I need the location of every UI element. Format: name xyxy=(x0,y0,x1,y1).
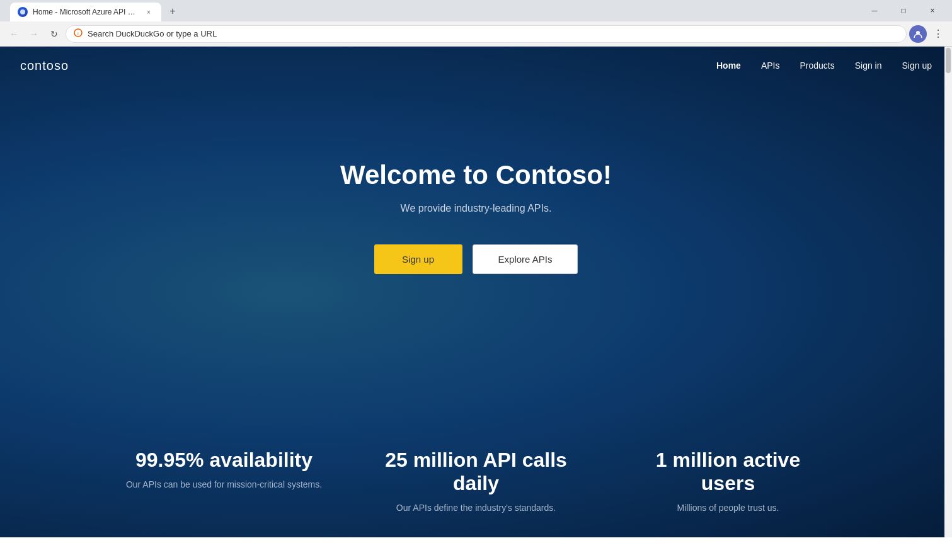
signup-button[interactable]: Sign up xyxy=(374,244,462,274)
stat-availability-desc: Our APIs can be used for mission-critica… xyxy=(123,479,325,489)
scrollbar[interactable] xyxy=(944,47,952,537)
stat-availability-number: 99.95% availability xyxy=(123,449,325,472)
stat-users: 1 million active users Millions of peopl… xyxy=(602,436,854,525)
nav-signup[interactable]: Sign up xyxy=(902,60,932,71)
stat-users-number: 1 million active users xyxy=(628,449,829,495)
nav-links: Home APIs Products Sign in Sign up xyxy=(716,60,932,71)
stat-api-calls: 25 million API calls daily Our APIs defi… xyxy=(350,436,602,525)
stat-api-calls-number: 25 million API calls daily xyxy=(376,449,577,495)
hero-title: Welcome to Contoso! xyxy=(340,160,612,190)
explore-apis-button[interactable]: Explore APIs xyxy=(473,244,578,274)
hero-buttons: Sign up Explore APIs xyxy=(374,244,578,274)
minimize-button[interactable]: ─ xyxy=(860,0,889,21)
scrollbar-thumb[interactable] xyxy=(946,48,951,73)
forward-button[interactable]: → xyxy=(25,25,43,43)
site-navigation: contoso Home APIs Products Sign in Sign … xyxy=(0,47,952,84)
url-text: Search DuckDuckGo or type a URL xyxy=(88,29,898,38)
tab-title: Home - Microsoft Azure API Mar xyxy=(33,8,139,16)
nav-products[interactable]: Products xyxy=(800,60,834,71)
nav-signin[interactable]: Sign in xyxy=(855,60,882,71)
tab-close-button[interactable]: × xyxy=(144,7,154,17)
title-bar: Home - Microsoft Azure API Mar × + ─ □ × xyxy=(0,0,952,21)
active-tab[interactable]: Home - Microsoft Azure API Mar × xyxy=(10,3,161,21)
profile-button[interactable] xyxy=(909,25,927,43)
stat-users-desc: Millions of people trust us. xyxy=(628,503,829,513)
tab-favicon xyxy=(18,7,28,17)
address-bar[interactable]: i Search DuckDuckGo or type a URL xyxy=(66,25,907,43)
svg-point-0 xyxy=(20,9,25,14)
svg-text:i: i xyxy=(77,31,79,37)
stat-api-calls-desc: Our APIs define the industry's standards… xyxy=(376,503,577,513)
maximize-button[interactable]: □ xyxy=(889,0,918,21)
browser-chrome: Home - Microsoft Azure API Mar × + ─ □ ×… xyxy=(0,0,952,47)
window-controls: ─ □ × xyxy=(860,0,947,21)
hero-subtitle: We provide industry-leading APIs. xyxy=(401,203,552,214)
security-icon: i xyxy=(74,28,83,39)
refresh-button[interactable]: ↻ xyxy=(45,25,63,43)
stats-grid: 99.95% availability Our APIs can be used… xyxy=(98,436,854,525)
new-tab-button[interactable]: + xyxy=(164,3,181,20)
browser-menu-button[interactable]: ⋮ xyxy=(929,25,947,43)
webpage: contoso Home APIs Products Sign in Sign … xyxy=(0,47,952,537)
hero-section: Welcome to Contoso! We provide industry-… xyxy=(0,84,952,274)
brand-logo: contoso xyxy=(20,59,69,73)
close-button[interactable]: × xyxy=(918,0,947,21)
back-button[interactable]: ← xyxy=(5,25,23,43)
stats-section: 99.95% availability Our APIs can be used… xyxy=(0,424,952,537)
stat-availability: 99.95% availability Our APIs can be used… xyxy=(98,436,350,525)
nav-apis[interactable]: APIs xyxy=(761,60,780,71)
address-bar-row: ← → ↻ i Search DuckDuckGo or type a URL … xyxy=(0,21,952,47)
nav-home[interactable]: Home xyxy=(716,60,741,71)
